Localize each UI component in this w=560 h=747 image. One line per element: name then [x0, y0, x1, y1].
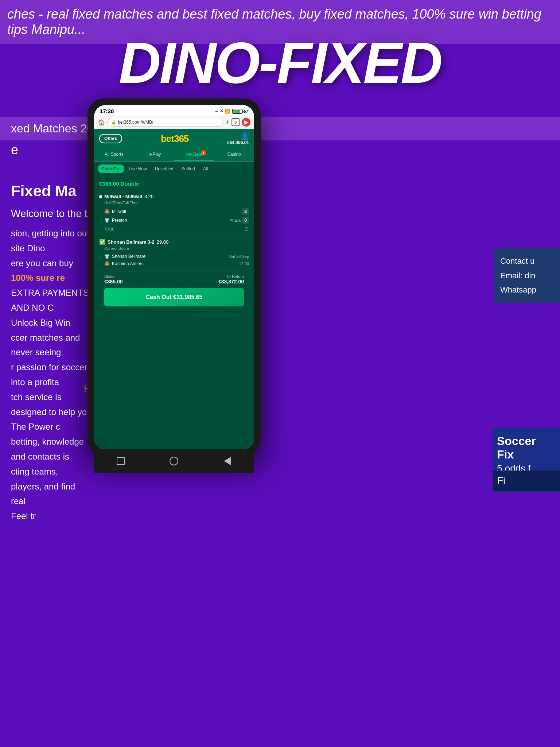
bet365-logo: bet365 — [161, 133, 188, 144]
bet-type-label: Double — [120, 181, 139, 187]
wifi-icon: 📶 — [225, 109, 230, 114]
match2-team1-info: 👕 Shonan Bellmare — [104, 254, 145, 259]
nav-tabs: All Sports In-Play My Bets 1 Casino — [94, 148, 254, 162]
nav-home-circle[interactable] — [167, 454, 180, 468]
match1-team1-name: Millwall — [112, 209, 126, 214]
bg-passion: r passion for soccer into a profita — [11, 360, 91, 390]
plus-icon[interactable]: + — [225, 119, 229, 126]
stake-label: Stake — [104, 274, 123, 279]
bet-amount: €365.00 — [99, 181, 119, 187]
bg-contact: Contact u — [500, 254, 554, 268]
browser-bar: 🏠 🔒 bet365.com/#/MB/ + 3 ▶ — [94, 116, 254, 129]
bg-desc-line1: sion, getting into our site Dino — [11, 226, 91, 256]
bg-logo: DINO-FIXED — [18, 29, 542, 96]
subtab-live-now[interactable]: Live Now — [125, 165, 150, 173]
status-time: 17:28 — [100, 108, 114, 114]
bet365-header: Offers bet365 👤 €64,456.01 — [94, 129, 254, 148]
match1-odds: 3.20 — [144, 194, 153, 199]
stake-value: €365.00 — [104, 279, 123, 285]
subtab-cash-out[interactable]: Cash Out — [98, 165, 124, 173]
match1-team1-info: 🏟️ Millwall — [104, 209, 126, 214]
bg-desc-line3: EXTRA PAYMENTS AND NO C — [11, 286, 91, 316]
bg-description: sion, getting into our site Dino ere you… — [11, 226, 91, 524]
battery-percent: 57 — [244, 109, 248, 113]
cross-icon: ✕ — [220, 109, 223, 113]
match2-team2-name: Kashima Antlers — [112, 261, 144, 266]
return-value: €33,872.00 — [218, 279, 244, 285]
subtab-all[interactable]: All — [199, 165, 211, 173]
match1-time: 70:30 ⏱ — [104, 226, 249, 232]
phone-screen: 17:28 ··· ✕ 📶 57 🏠 🔒 bet365.com/#/MB/ — [94, 105, 254, 449]
account-icon: 👤 — [227, 132, 249, 140]
match2-team1-name: Shonan Bellmare — [112, 254, 145, 259]
account-area[interactable]: 👤 €64,456.01 — [227, 132, 249, 145]
bg-betting: betting, knowledge and contacts is — [11, 434, 91, 464]
match2-team2-icon: 🏟️ — [104, 261, 110, 266]
cash-out-label: Cash Out — [146, 294, 172, 300]
match1-team2-score: 0 — [242, 217, 249, 224]
match2-name: Shonan Bellmare 3-2 — [108, 239, 155, 245]
bg-feel: Feel tr — [11, 509, 91, 524]
match1-team2-row: 👕 Preston Attack 0 — [104, 216, 249, 225]
tab-casino[interactable]: Casino — [214, 148, 254, 161]
status-icons: ··· ✕ 📶 57 — [215, 109, 248, 114]
match1-team2-icon: 👕 — [104, 218, 110, 223]
bg-unlock: Unlock Big Win — [11, 316, 91, 330]
bg-fixed-ma: Fixed Ma — [11, 182, 77, 200]
cash-out-button[interactable]: Cash Out €31,985.65 — [104, 288, 244, 306]
bg-desc-line2: ere you can buy 100% sure re — [11, 256, 91, 286]
account-balance: €64,456.01 — [227, 140, 249, 145]
bg-whatsapp: Whatsapp — [500, 283, 554, 297]
bg-soccer: ccer matches and never seeing — [11, 330, 91, 360]
match1-teams: 🏟️ Millwall 3 👕 Preston Attack — [104, 207, 249, 225]
phone-bottom-nav — [94, 449, 254, 473]
match1-attack: Attack 0 — [230, 217, 249, 224]
bet-header: €365.00 Double — [99, 181, 249, 190]
match1-team1-score: 3 — [242, 208, 249, 215]
bg-power: The Power c — [11, 419, 91, 434]
match2-team1-row: 👕 Shonan Bellmare Sat 28 Sep — [104, 253, 249, 260]
tab-all-sports[interactable]: All Sports — [94, 148, 134, 161]
status-bar: 17:28 ··· ✕ 📶 57 — [94, 105, 254, 116]
stake-return: Stake €365.00 To Return €33,872.00 — [104, 271, 244, 285]
match1-bet-type: Half Time/Full Time — [104, 201, 249, 205]
bg-subtitle: xed Matches 2024 – Archi — [0, 117, 560, 140]
match2-date: Sat 28 Sep — [229, 254, 249, 259]
bg-fi: Fi — [493, 471, 560, 491]
match2-team1-icon: 👕 — [104, 254, 110, 259]
offers-button[interactable]: Offers — [99, 134, 122, 143]
nav-back-triangle[interactable] — [221, 454, 234, 468]
match2-teams: 👕 Shonan Bellmare Sat 28 Sep 🏟️ Kashima … — [104, 253, 249, 267]
my-bets-badge: 1 — [201, 150, 206, 155]
match2-team2-info: 🏟️ Kashima Antlers — [104, 261, 144, 266]
browser-home-icon[interactable]: 🏠 — [98, 119, 105, 126]
triangle-icon — [224, 457, 231, 465]
browser-url: bet365.com/#/MB/ — [118, 120, 153, 125]
subtab-unsettled[interactable]: Unsettled — [151, 165, 177, 173]
browser-url-box[interactable]: 🔒 bet365.com/#/MB/ — [107, 118, 223, 127]
match1-title: Millwall - Millwall 3.20 — [99, 194, 249, 199]
bg-email: Email: din — [500, 268, 554, 283]
match2-kickoff: 12:00 — [239, 262, 249, 266]
bg-right-panel: Contact u Email: din Whatsapp — [494, 248, 560, 303]
tab-my-bets[interactable]: My Bets 1 — [174, 148, 214, 161]
match1-live-dot — [99, 195, 102, 198]
phone-frame: 17:28 ··· ✕ 📶 57 🏠 🔒 bet365.com/#/MB/ — [88, 98, 261, 456]
match2-team2-row: 🏟️ Kashima Antlers 12:00 — [104, 260, 249, 267]
sub-tabs: Cash Out Live Now Unsettled Settled All — [94, 162, 254, 176]
match1-team1-icon: 🏟️ — [104, 209, 110, 214]
cash-out-amount: €31,985.65 — [173, 294, 202, 300]
return-col: To Return €33,872.00 — [218, 274, 244, 285]
security-icon: 🔒 — [111, 120, 116, 125]
browser-tab-count[interactable]: 3 — [232, 118, 240, 126]
battery-icon — [232, 109, 242, 114]
tab-in-play[interactable]: In-Play — [134, 148, 174, 161]
nav-back-square[interactable] — [114, 454, 127, 468]
subtab-settled[interactable]: Settled — [178, 165, 198, 173]
match1-live-icon: ⏱ — [244, 226, 249, 232]
divider — [99, 236, 249, 236]
circle-icon — [170, 457, 178, 465]
bg-left-label: e — [11, 142, 18, 158]
match2-check: ✅ — [99, 239, 105, 245]
browser-menu-button[interactable]: ▶ — [242, 118, 250, 127]
